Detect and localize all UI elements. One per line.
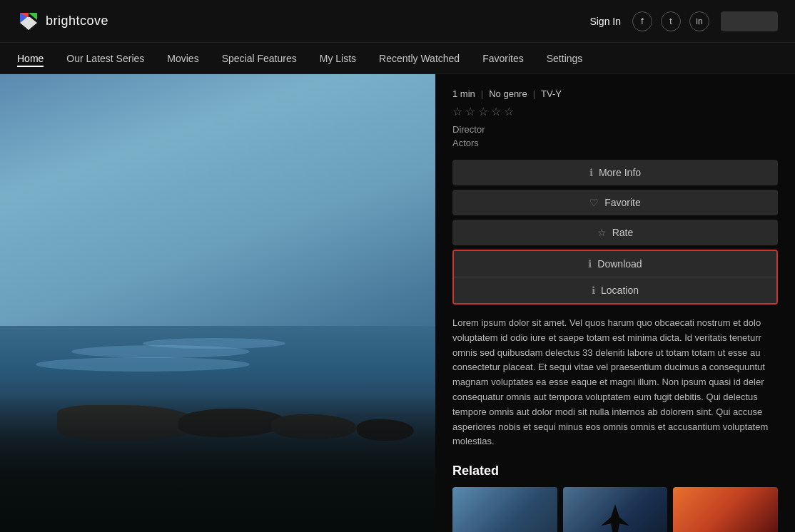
- duration: 1 min: [452, 88, 475, 99]
- nav-item-mylists[interactable]: My Lists: [320, 50, 356, 67]
- bird-silhouette: [601, 504, 629, 532]
- nav-item-favorites[interactable]: Favorites: [482, 50, 524, 67]
- director-label: Director: [452, 124, 778, 135]
- related-item-3[interactable]: [673, 487, 778, 532]
- meta-info: 1 min | No genre | TV-Y: [452, 88, 778, 99]
- star-2[interactable]: ☆: [465, 105, 475, 118]
- related-section: Related: [452, 464, 778, 532]
- rating: TV-Y: [541, 88, 562, 99]
- related-image-3: [673, 487, 778, 532]
- right-panel: 1 min | No genre | TV-Y ☆ ☆ ☆ ☆ ☆ Direct…: [435, 74, 795, 532]
- search-box[interactable]: [721, 11, 778, 31]
- download-location-group: ℹ Download ℹ Location: [452, 250, 778, 305]
- nav-item-special[interactable]: Special Features: [222, 50, 297, 67]
- main-content: 1 min | No genre | TV-Y ☆ ☆ ☆ ☆ ☆ Direct…: [0, 74, 795, 532]
- heart-icon: ♡: [589, 197, 599, 208]
- download-button[interactable]: ℹ Download: [454, 251, 776, 277]
- sign-in-button[interactable]: Sign In: [589, 16, 621, 27]
- star-5[interactable]: ☆: [504, 105, 514, 118]
- download-icon: ℹ: [588, 258, 592, 270]
- more-info-button[interactable]: ℹ More Info: [452, 160, 778, 185]
- star-icon: ☆: [597, 227, 607, 238]
- rocks: [0, 384, 435, 441]
- nav-item-recently-watched[interactable]: Recently Watched: [379, 50, 460, 67]
- rock-4: [357, 419, 414, 441]
- header: brightcove Sign In f t in: [0, 0, 795, 43]
- rock-1: [57, 405, 200, 441]
- star-3[interactable]: ☆: [478, 105, 488, 118]
- rock-3: [271, 414, 357, 439]
- nav-item-settings[interactable]: Settings: [547, 50, 583, 67]
- actors-label: Actors: [452, 138, 778, 148]
- action-buttons: ℹ More Info ♡ Favorite ☆ Rate ℹ Download…: [452, 160, 778, 305]
- social-icons: f t in: [632, 11, 709, 31]
- wave-1: [36, 357, 250, 372]
- twitter-icon[interactable]: t: [661, 11, 681, 31]
- related-image-1: [452, 487, 557, 532]
- related-image-2: [563, 487, 668, 532]
- related-item-1[interactable]: [452, 487, 557, 532]
- brightcove-logo-icon: [17, 10, 40, 33]
- related-title: Related: [452, 464, 778, 479]
- star-4[interactable]: ☆: [491, 105, 501, 118]
- instagram-icon[interactable]: in: [689, 11, 709, 31]
- header-right: Sign In f t in: [589, 11, 778, 31]
- genre: No genre: [489, 88, 527, 99]
- location-button[interactable]: ℹ Location: [454, 277, 776, 303]
- location-icon: ℹ: [592, 285, 595, 296]
- star-rating[interactable]: ☆ ☆ ☆ ☆ ☆: [452, 105, 778, 118]
- facebook-icon[interactable]: f: [632, 11, 652, 31]
- logo[interactable]: brightcove: [17, 10, 108, 33]
- hero-image: [0, 74, 435, 532]
- nav-item-home[interactable]: Home: [17, 50, 44, 67]
- rate-button[interactable]: ☆ Rate: [452, 220, 778, 245]
- related-item-2[interactable]: [563, 487, 668, 532]
- info-icon: ℹ: [589, 167, 593, 178]
- nav-item-movies[interactable]: Movies: [167, 50, 198, 67]
- description: Lorem ipsum dolor sit amet. Vel quos har…: [452, 316, 778, 449]
- star-1[interactable]: ☆: [452, 105, 462, 118]
- left-panel: [0, 74, 435, 532]
- rock-2: [178, 409, 285, 437]
- favorite-button[interactable]: ♡ Favorite: [452, 190, 778, 215]
- related-grid: [452, 487, 778, 532]
- logo-text: brightcove: [46, 14, 108, 29]
- wave-3: [71, 345, 250, 358]
- nav-item-series[interactable]: Our Latest Series: [66, 50, 144, 67]
- nav: Home Our Latest Series Movies Special Fe…: [0, 43, 795, 74]
- header-left: brightcove: [17, 10, 108, 33]
